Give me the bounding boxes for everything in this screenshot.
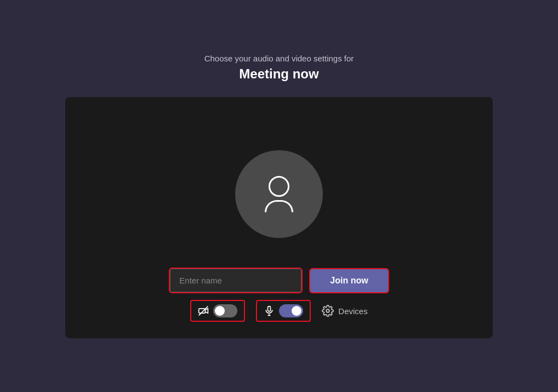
toggles-row: Devices [87, 300, 471, 322]
microphone-icon [264, 305, 275, 316]
devices-label: Devices [338, 306, 367, 316]
svg-point-5 [327, 309, 330, 313]
meeting-title: Meeting now [204, 66, 354, 82]
video-container: Join now [65, 97, 493, 338]
name-input-wrapper [170, 269, 301, 292]
input-join-row: Join now [87, 269, 471, 292]
gear-icon [322, 305, 334, 317]
svg-line-1 [199, 306, 208, 316]
subtitle-text: Choose your audio and video settings for [204, 54, 354, 63]
svg-rect-2 [268, 306, 271, 311]
video-toggle-group [190, 300, 245, 322]
join-now-button[interactable]: Join now [310, 269, 388, 292]
join-button-wrapper: Join now [310, 269, 388, 292]
person-icon [265, 176, 293, 212]
video-off-icon [198, 305, 209, 316]
name-input[interactable] [170, 269, 301, 292]
devices-section[interactable]: Devices [322, 305, 367, 317]
person-head-icon [269, 176, 289, 197]
mic-toggle-switch[interactable] [279, 304, 303, 317]
video-toggle-switch[interactable] [213, 304, 237, 317]
controls-section: Join now [87, 269, 471, 322]
header-section: Choose your audio and video settings for… [204, 54, 354, 82]
person-body-icon [265, 200, 293, 212]
avatar-area [235, 119, 323, 269]
mic-toggle-group [256, 300, 311, 322]
avatar-circle [235, 150, 323, 238]
